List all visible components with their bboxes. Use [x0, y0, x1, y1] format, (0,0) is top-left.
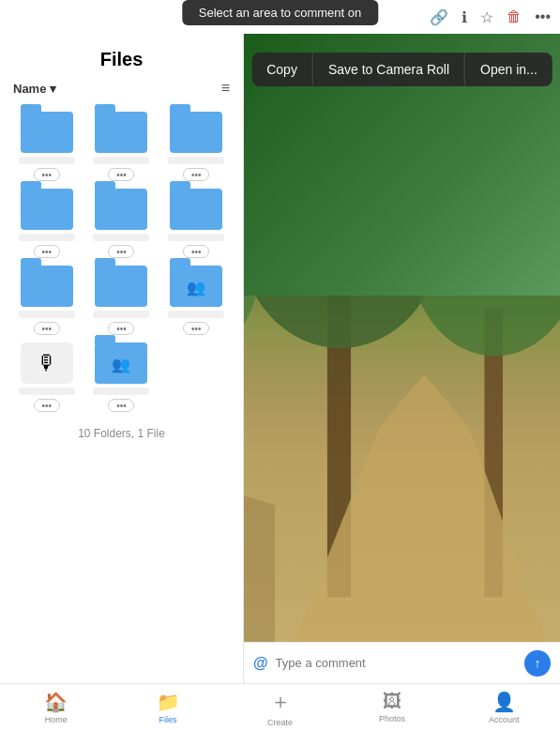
nav-label-create: Create — [267, 718, 293, 727]
file-more-button[interactable]: ••• — [183, 245, 209, 258]
create-icon: ＋ — [270, 688, 291, 716]
save-to-camera-roll-button[interactable]: Save to Camera Roll — [313, 53, 465, 86]
send-icon: ↑ — [535, 656, 541, 671]
folder-icon — [95, 189, 147, 230]
photos-icon: 🖼 — [383, 691, 401, 712]
chevron-down-icon: ▾ — [50, 82, 56, 96]
list-item[interactable]: ••• — [162, 189, 230, 258]
info-icon[interactable]: ℹ — [462, 8, 467, 26]
link-icon[interactable]: 🔗 — [430, 8, 448, 26]
file-name — [93, 388, 149, 395]
svg-point-9 — [244, 129, 440, 349]
file-more-button[interactable]: ••• — [108, 399, 134, 412]
files-title: Files — [0, 34, 243, 80]
account-icon: 👤 — [492, 691, 516, 713]
list-item[interactable]: ••• — [13, 189, 81, 258]
file-name — [93, 234, 149, 241]
star-icon[interactable]: ☆ — [480, 8, 493, 26]
folder-icon — [170, 112, 222, 153]
nav-item-photos[interactable]: 🖼 Photos — [336, 691, 447, 723]
list-item[interactable]: ••• — [88, 112, 156, 181]
list-item[interactable]: 🎙 ••• — [13, 342, 81, 412]
right-panel: Copy Save to Camera Roll Open in... ℹ 💬 … — [244, 34, 560, 730]
file-name — [93, 157, 149, 164]
left-panel: Files Name ▾ ≡ ••• ••• ••• ••• — [0, 34, 244, 683]
nav-item-create[interactable]: ＋ Create — [224, 688, 336, 727]
list-item[interactable]: ••• — [88, 266, 156, 335]
file-name — [168, 234, 224, 241]
top-bar-icons: 🔗 ℹ ☆ 🗑 ••• — [430, 8, 551, 26]
nav-item-account[interactable]: 👤 Account — [448, 691, 560, 724]
nav-item-home[interactable]: 🏠 Home — [0, 691, 112, 724]
file-name — [168, 157, 224, 164]
file-more-button[interactable]: ••• — [34, 322, 60, 335]
file-more-button[interactable]: ••• — [34, 168, 60, 181]
svg-point-8 — [244, 178, 259, 361]
nav-label-files: Files — [159, 715, 177, 724]
file-more-button[interactable]: ••• — [34, 245, 60, 258]
file-name — [19, 234, 75, 241]
list-item[interactable]: ••• — [162, 112, 230, 181]
list-item[interactable]: ••• — [88, 189, 156, 258]
at-symbol: @ — [253, 655, 268, 672]
list-item[interactable]: ••• — [13, 112, 81, 181]
nav-label-photos: Photos — [379, 714, 405, 723]
bottom-nav: 🏠 Home 📁 Files ＋ Create 🖼 Photos 👤 Accou… — [0, 683, 560, 730]
park-image — [244, 34, 560, 689]
copy-button[interactable]: Copy — [251, 53, 313, 86]
send-button[interactable]: ↑ — [524, 650, 551, 677]
shared-folder-icon — [170, 266, 222, 307]
file-more-button[interactable]: ••• — [34, 399, 60, 412]
file-name — [19, 157, 75, 164]
open-in-button[interactable]: Open in... — [465, 53, 552, 86]
files-header: Name ▾ ≡ — [0, 80, 243, 104]
list-item[interactable]: ••• — [162, 266, 230, 335]
file-more-button[interactable]: ••• — [108, 168, 134, 181]
tooltip-banner: Select an area to comment on — [182, 0, 378, 25]
folder-icon — [170, 189, 222, 230]
svg-point-10 — [411, 157, 560, 356]
file-name — [19, 311, 75, 318]
file-name — [19, 388, 75, 395]
folder-icon — [21, 112, 73, 153]
name-label: Name — [13, 82, 46, 96]
file-more-button[interactable]: ••• — [108, 245, 134, 258]
files-grid: ••• ••• ••• ••• ••• ••• — [0, 104, 243, 419]
audio-file-icon: 🎙 — [21, 342, 73, 384]
file-name — [168, 311, 224, 318]
more-icon[interactable]: ••• — [535, 8, 551, 25]
folder-icon — [95, 266, 147, 307]
trash-icon[interactable]: 🗑 — [507, 8, 522, 25]
name-sort[interactable]: Name ▾ — [13, 82, 56, 96]
home-icon: 🏠 — [44, 691, 68, 713]
list-view-icon[interactable]: ≡ — [221, 80, 230, 97]
files-icon: 📁 — [157, 691, 180, 713]
list-item[interactable]: ••• — [88, 342, 156, 412]
comment-input[interactable] — [276, 656, 517, 670]
list-item[interactable]: ••• — [13, 266, 81, 335]
folder-icon — [21, 266, 73, 307]
file-more-button[interactable]: ••• — [183, 322, 209, 335]
nav-label-home: Home — [45, 715, 68, 724]
context-menu: Copy Save to Camera Roll Open in... — [251, 53, 552, 86]
file-more-button[interactable]: ••• — [183, 168, 209, 181]
comment-input-bar: @ ↑ — [244, 642, 560, 683]
shared-folder-icon — [95, 342, 147, 384]
folder-icon — [95, 112, 147, 153]
file-name — [93, 311, 149, 318]
nav-item-files[interactable]: 📁 Files — [112, 691, 223, 724]
file-more-button[interactable]: ••• — [108, 322, 134, 335]
nav-label-account: Account — [489, 715, 520, 724]
folder-icon — [21, 189, 73, 230]
files-count: 10 Folders, 1 File — [0, 419, 243, 453]
tooltip-text: Select an area to comment on — [199, 6, 361, 20]
placeholder-item — [162, 342, 230, 412]
image-area[interactable]: Copy Save to Camera Roll Open in... ℹ — [244, 34, 560, 689]
